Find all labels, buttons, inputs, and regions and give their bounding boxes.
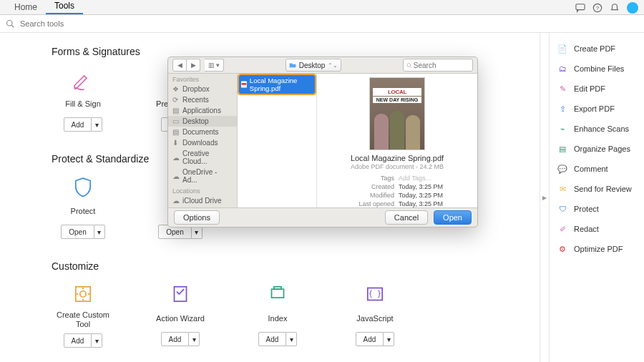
bell-icon[interactable] xyxy=(610,3,620,13)
search-input[interactable] xyxy=(19,19,638,29)
sidebar-label: Send for Review xyxy=(574,185,632,193)
protect-icon xyxy=(68,175,98,199)
add-dropdown[interactable]: ▾ xyxy=(384,332,394,346)
tags-value[interactable]: Add Tags... xyxy=(399,175,443,182)
fav-label: Applications xyxy=(182,107,221,114)
sidebar-icon: ⌁ xyxy=(557,123,568,134)
search-icon xyxy=(406,62,412,69)
svg-text:{ }: { } xyxy=(369,290,381,298)
tool-index[interactable]: Index Add▾ xyxy=(246,282,309,348)
svg-text:?: ? xyxy=(596,5,600,11)
svg-point-10 xyxy=(80,291,87,298)
view-mode[interactable]: ▥ ▾ xyxy=(205,59,224,72)
sidebar-item[interactable]: 💬Comment xyxy=(554,159,640,179)
options-button[interactable]: Options xyxy=(174,210,220,225)
fav-label: Creative Cloud... xyxy=(182,150,233,165)
add-dropdown[interactable]: ▾ xyxy=(189,332,200,346)
sidebar-item[interactable]: 🛡Protect xyxy=(554,199,640,219)
dialog-search[interactable] xyxy=(403,59,473,72)
nav-back[interactable]: ◀ xyxy=(172,59,187,72)
sidebar-label: Organize Pages xyxy=(574,145,630,153)
folder-icon: ⬇ xyxy=(172,139,180,147)
tool-action-wizard[interactable]: Action Wizard Add▾ xyxy=(149,282,212,348)
preview-filename: Local Magazine Spring.pdf xyxy=(351,154,444,162)
action-wizard-icon xyxy=(165,282,195,306)
sidebar-icon: ✐ xyxy=(557,223,568,235)
add-dropdown[interactable]: ▾ xyxy=(92,333,102,348)
sidebar-fav-item[interactable]: ▤Applications xyxy=(168,105,237,116)
tool-fill-sign[interactable]: Fill & Sign Add▾ xyxy=(52,67,114,132)
loc-label: iCloud Drive xyxy=(182,197,221,205)
open-dropdown[interactable]: ▾ xyxy=(94,225,105,239)
dialog-footer: Options Cancel Open xyxy=(168,207,477,227)
add-button[interactable]: Add xyxy=(161,332,190,346)
created-value: Today, 3:25 PM xyxy=(399,183,443,190)
svg-point-3 xyxy=(7,21,13,26)
locations-header: Locations xyxy=(168,185,237,195)
sidebar-icon: 💬 xyxy=(557,163,568,175)
svg-rect-0 xyxy=(576,4,585,10)
sidebar-item[interactable]: 🗂Combine Files xyxy=(554,59,640,79)
help-icon[interactable]: ? xyxy=(592,3,602,13)
location-popup[interactable]: Desktop ⌃⌄ xyxy=(286,59,342,72)
sidebar-label: Protect xyxy=(574,205,599,213)
sidebar-item[interactable]: ⌁Enhance Scans xyxy=(554,119,640,139)
section-title-customize: Customize xyxy=(52,260,540,272)
tool-protect[interactable]: Protect Open▾ xyxy=(52,175,114,239)
dialog-toolbar: ◀ ▶ ▥ ▾ Desktop ⌃⌄ xyxy=(168,57,477,74)
location-label: Desktop xyxy=(299,62,326,69)
add-button[interactable]: Add xyxy=(258,332,287,346)
add-button[interactable]: Add xyxy=(64,333,92,348)
sidebar-item[interactable]: ✐Redact xyxy=(554,219,640,239)
fav-label: Downloads xyxy=(182,139,218,147)
tool-javascript[interactable]: { } JavaScript Add▾ xyxy=(343,282,406,348)
sidebar-loc-item[interactable]: ☁iCloud Drive xyxy=(168,195,237,206)
svg-line-4 xyxy=(11,25,14,27)
created-label: Created xyxy=(351,183,394,190)
sidebar-fav-item[interactable]: ▭Desktop xyxy=(168,116,237,127)
sidebar-icon: ⇪ xyxy=(557,103,568,114)
avatar[interactable] xyxy=(627,2,638,14)
sidebar-icon: ▤ xyxy=(557,143,568,155)
preview-pane: LOCAL NEW DAY RISING Local Magazine Spri… xyxy=(317,74,477,207)
fill-sign-icon xyxy=(68,67,98,92)
open-button[interactable]: Open xyxy=(61,225,94,239)
sidebar-fav-item[interactable]: ❖Dropbox xyxy=(168,84,237,94)
tool-create-custom[interactable]: Create Custom Tool Add▾ xyxy=(52,282,114,348)
sidebar-fav-item[interactable]: ⬇Downloads xyxy=(168,137,237,148)
fav-label: Desktop xyxy=(182,117,209,125)
chat-icon[interactable] xyxy=(575,3,585,13)
sidebar-item[interactable]: ✉Send for Review xyxy=(554,179,640,199)
sidebar-icon: ⚙ xyxy=(557,243,568,255)
add-dropdown[interactable]: ▾ xyxy=(286,332,297,346)
open-button[interactable]: Open xyxy=(434,210,472,225)
dialog-search-input[interactable] xyxy=(412,61,469,70)
add-dropdown[interactable]: ▾ xyxy=(92,117,102,132)
svg-rect-23 xyxy=(242,83,247,85)
sidebar-item[interactable]: ⚙Optimize PDF xyxy=(554,239,640,259)
sidebar-item[interactable]: 📄Create PDF xyxy=(554,39,640,59)
tab-home[interactable]: Home xyxy=(6,0,46,14)
sidebar-fav-item[interactable]: ☁OneDrive - Ad... xyxy=(168,167,237,185)
tab-tools[interactable]: Tools xyxy=(46,0,83,14)
javascript-icon: { } xyxy=(360,282,390,306)
add-button[interactable]: Add xyxy=(356,332,384,346)
sidebar-item[interactable]: ⇪Export PDF xyxy=(554,99,640,119)
sidebar-collapse[interactable]: ▸ xyxy=(540,33,549,362)
sidebar-item[interactable]: ▤Organize Pages xyxy=(554,139,640,159)
add-button[interactable]: Add xyxy=(64,117,92,132)
thumb-title: LOCAL xyxy=(373,88,421,96)
file-name: Local Magazine Spring.pdf xyxy=(250,77,313,92)
sidebar-fav-item[interactable]: ⟳Recents xyxy=(168,94,237,105)
sidebar-fav-item[interactable]: ▤Documents xyxy=(168,127,237,137)
sidebar-item[interactable]: ✎Edit PDF xyxy=(554,79,640,99)
pdf-file-icon xyxy=(241,80,247,89)
sidebar-fav-item[interactable]: ☁Creative Cloud... xyxy=(168,148,237,167)
file-item-selected[interactable]: Local Magazine Spring.pdf xyxy=(239,75,315,94)
sidebar-icon: ✎ xyxy=(557,83,568,94)
right-sidebar: 📄Create PDF🗂Combine Files✎Edit PDF⇪Expor… xyxy=(549,33,644,362)
nav-forward[interactable]: ▶ xyxy=(187,59,200,72)
gear-box-icon xyxy=(68,282,98,306)
cancel-button[interactable]: Cancel xyxy=(385,210,428,225)
file-open-dialog: ◀ ▶ ▥ ▾ Desktop ⌃⌄ Favorites ❖Dropbox⟳Re… xyxy=(167,57,478,228)
